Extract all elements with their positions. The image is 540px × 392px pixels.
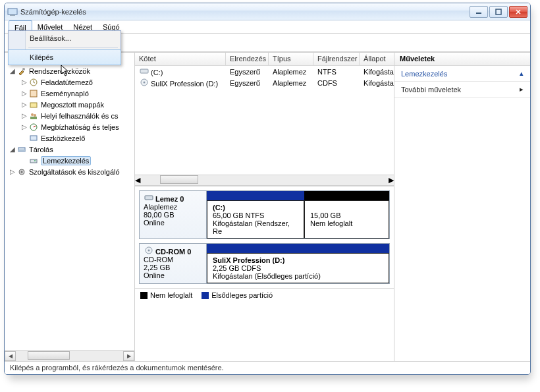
clock-icon <box>28 77 39 88</box>
col-fs[interactable]: Fájlrendszer <box>313 53 360 65</box>
svg-rect-1 <box>10 14 15 16</box>
menu-item-settings[interactable]: Beállítások... <box>9 31 121 45</box>
scroll-right-button[interactable]: ▶ <box>389 176 394 184</box>
content-pane: Kötet Elrendezés Típus Fájlrendszer Álla… <box>135 53 394 361</box>
cd-icon <box>139 78 149 86</box>
disk0-info: Lemez 0 Alaplemez 80,00 GB Online <box>140 191 207 238</box>
disk0-part-unalloc[interactable]: 15,00 GBNem lefoglalt <box>304 191 389 238</box>
svg-rect-10 <box>30 90 37 97</box>
tree-reliability[interactable]: ▷Megbízhatóság és teljes <box>5 121 134 132</box>
window-title: Számítógép-kezelés <box>20 8 470 16</box>
titlebar[interactable]: Számítógép-kezelés <box>5 3 530 20</box>
cdrom0-block[interactable]: CD-ROM 0 CD-ROM 2,25 GB Online SuliX Pro… <box>139 243 390 284</box>
disk0-block[interactable]: Lemez 0 Alaplemez 80,00 GB Online (C:)65… <box>139 190 390 239</box>
actions-more[interactable]: További műveletek▸ <box>394 82 530 98</box>
chevron-right-icon: ▸ <box>520 85 524 94</box>
tree-devmgr[interactable]: Eszközkezelő <box>5 132 134 144</box>
hdd-icon <box>144 194 154 202</box>
storage-icon <box>16 144 27 155</box>
svg-rect-16 <box>30 136 37 140</box>
maximize-button[interactable] <box>489 6 508 18</box>
cd-icon <box>144 246 154 254</box>
statusbar: Kilépés a programból, és rákérdezés a do… <box>5 361 530 374</box>
tree-shares[interactable]: ▷Megosztott mappák <box>5 99 134 110</box>
svg-rect-14 <box>30 117 37 119</box>
col-type[interactable]: Típus <box>269 53 313 65</box>
disk0-part-c[interactable]: (C:)65,00 GB NTFSKifogástalan (Rendszer,… <box>207 191 304 238</box>
actions-header: Műveletek <box>394 53 530 66</box>
tree-localusers[interactable]: ▷Helyi felhasználók és cs <box>5 110 134 121</box>
svg-point-12 <box>31 113 34 116</box>
tools-icon <box>16 66 27 76</box>
close-button[interactable] <box>509 6 527 18</box>
svg-point-20 <box>34 160 36 161</box>
legend: Nem lefoglalt Elsődleges partíció <box>135 288 394 302</box>
device-icon <box>28 133 39 144</box>
diskmgmt-icon <box>28 155 39 166</box>
svg-rect-18 <box>18 150 25 152</box>
svg-point-8 <box>22 68 25 70</box>
collapse-icon: ▴ <box>520 69 524 78</box>
svg-rect-11 <box>30 103 37 107</box>
file-menu-dropdown: Beállítások... Kilépés <box>8 30 121 65</box>
volumes-header: Kötet Elrendezés Típus Fájlrendszer Álla… <box>135 53 394 66</box>
tree-hscroll[interactable]: ◀ ▶ <box>5 350 134 361</box>
svg-point-13 <box>34 114 36 117</box>
svg-rect-23 <box>140 69 148 73</box>
tree-eventlog[interactable]: ▷Eseménynapló <box>5 88 134 99</box>
svg-rect-3 <box>496 9 501 14</box>
users-icon <box>28 111 39 121</box>
eventlog-icon <box>28 88 39 99</box>
minimize-button[interactable] <box>470 6 488 18</box>
svg-point-22 <box>21 171 23 173</box>
scroll-thumb[interactable] <box>160 175 198 184</box>
cdrom0-part[interactable]: SuliX Profession (D:)2,25 GB CDFSKifogás… <box>207 244 389 283</box>
col-layout[interactable]: Elrendezés <box>226 53 269 65</box>
actions-pane: Műveletek Lemezkezelés▴ További művelete… <box>394 53 530 361</box>
app-icon <box>7 7 18 17</box>
tree-services[interactable]: ▷Szolgáltatások és kiszolgáló <box>5 166 134 177</box>
cdrom0-info: CD-ROM 0 CD-ROM 2,25 GB Online <box>140 244 207 283</box>
svg-point-28 <box>148 250 150 252</box>
volume-row-d[interactable]: SuliX Profession (D:) Egyszerű Alaplemez… <box>135 77 394 88</box>
col-volume[interactable]: Kötet <box>135 53 226 65</box>
scroll-thumb[interactable] <box>28 351 70 360</box>
services-icon <box>16 167 27 177</box>
menu-item-exit[interactable]: Kilépés <box>8 49 121 65</box>
cursor-icon <box>61 65 71 78</box>
svg-rect-19 <box>30 159 37 163</box>
scroll-right-button[interactable]: ▶ <box>123 351 134 361</box>
tree-diskmgmt[interactable]: Lemezkezelés <box>5 155 134 166</box>
svg-rect-26 <box>145 196 153 200</box>
perf-icon <box>28 122 39 132</box>
volumes-hscroll[interactable]: ◀ ▶ <box>135 175 394 186</box>
svg-point-25 <box>144 81 146 83</box>
tree-storage[interactable]: ◢Tárolás <box>5 144 134 155</box>
scroll-left-button[interactable]: ◀ <box>135 176 140 184</box>
hdd-icon <box>139 67 149 75</box>
col-status[interactable]: Állapot <box>360 53 394 65</box>
svg-rect-0 <box>8 9 17 14</box>
tree-scheduler[interactable]: ▷Feladatütemező <box>5 76 134 88</box>
actions-diskmgmt[interactable]: Lemezkezelés▴ <box>394 66 530 82</box>
shares-icon <box>28 99 39 110</box>
svg-rect-2 <box>476 13 481 14</box>
volume-row-c[interactable]: (C:) Egyszerű Alaplemez NTFS Kifogásta <box>135 66 394 77</box>
scroll-left-button[interactable]: ◀ <box>5 351 16 361</box>
tree-pane: Számítógép-kezelés (Helyi) ◢Rendszereszk… <box>5 53 135 361</box>
